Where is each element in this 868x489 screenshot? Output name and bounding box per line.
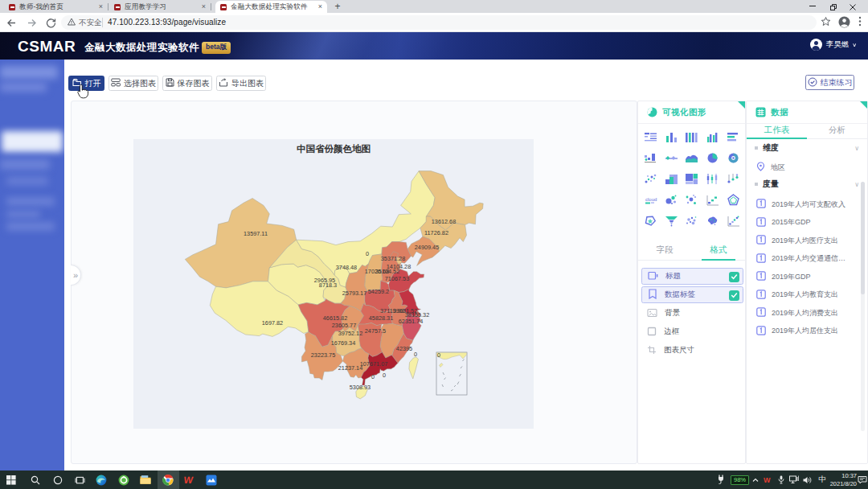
tab-close-icon[interactable]: × — [99, 3, 103, 10]
select-chart-button[interactable]: 选择图表 — [108, 76, 158, 91]
tray-network-icon[interactable] — [789, 471, 799, 489]
security-chip[interactable]: 不安全 — [68, 17, 102, 28]
chart-bar-icon[interactable] — [663, 130, 679, 143]
window-close-button[interactable] — [844, 0, 862, 14]
chart-candlestick-icon[interactable] — [705, 172, 721, 185]
chart-parallel-icon[interactable] — [663, 151, 679, 164]
sidebar-item[interactable] — [6, 222, 55, 231]
sidebar-expander-button[interactable]: » — [71, 265, 81, 286]
end-practice-button[interactable]: 结束练习 — [805, 75, 854, 90]
bookmark-star-icon[interactable] — [821, 16, 831, 27]
tab-close-icon[interactable]: × — [318, 3, 322, 10]
chart-hbar-icon[interactable] — [725, 130, 741, 143]
chart-wordcloud-icon[interactable]: cloud — [643, 193, 659, 206]
chart-scatter-flower-icon[interactable] — [684, 214, 700, 227]
browser-tab-2[interactable]: 金融大数据处理实验软件 × — [215, 1, 327, 13]
tray-volume-icon[interactable] — [803, 471, 812, 489]
tab-format[interactable]: 格式 — [692, 240, 746, 260]
tab-fields[interactable]: 字段 — [638, 240, 692, 260]
measure-item-3[interactable]: 2019年人均交通通信… — [756, 252, 845, 266]
tray-hidden-icons[interactable] — [752, 471, 759, 489]
format-item-1[interactable]: 数据标签 — [641, 286, 743, 303]
tray-microphone-icon[interactable] — [778, 471, 784, 489]
reload-icon[interactable] — [46, 17, 59, 30]
dimension-item-0[interactable]: 地区 — [756, 160, 785, 175]
checkbox-checked-icon[interactable] — [729, 290, 739, 301]
tab-worksheet[interactable]: 工作表 — [747, 121, 807, 138]
chart-scatter-icon[interactable] — [643, 172, 659, 185]
taskbar-taskview-icon[interactable] — [74, 475, 85, 485]
export-chart-button[interactable]: 导出图表 — [216, 76, 266, 91]
data-panel-scrollbar[interactable] — [861, 182, 865, 431]
chart-map-icon[interactable] — [705, 214, 721, 227]
sidebar-item[interactable] — [0, 159, 50, 170]
chart-area-icon[interactable] — [684, 151, 700, 164]
chart-polygon-star-icon[interactable] — [643, 214, 659, 227]
user-menu[interactable]: 李昊燃 ∨ — [810, 39, 857, 51]
tray-clock[interactable]: 10:372021/8/20 — [830, 471, 857, 489]
measure-item-6[interactable]: 2019年人均消费支出 — [756, 306, 838, 320]
new-tab-button[interactable]: + — [332, 2, 343, 12]
format-item-3[interactable]: 边框 — [641, 323, 743, 340]
save-chart-button[interactable]: 保存图表 — [162, 76, 212, 91]
measure-item-7[interactable]: 2019年人均居住支出 — [756, 324, 838, 339]
tray-notification-icon[interactable] — [858, 471, 867, 489]
taskbar-cortana-icon[interactable] — [52, 475, 63, 485]
taskbar-chrome-icon[interactable] — [162, 475, 174, 485]
taskbar-csmar-app-icon[interactable] — [206, 475, 217, 485]
measure-item-0[interactable]: 2019年人均可支配收入 — [756, 197, 845, 212]
url-text[interactable]: 47.100.223.13:93/page/visualize — [108, 18, 226, 27]
format-item-0[interactable]: 标题 — [641, 268, 743, 285]
sidebar-item[interactable] — [6, 177, 48, 185]
scrollbar-thumb[interactable] — [861, 182, 865, 294]
taskbar-edge-icon[interactable] — [96, 475, 107, 485]
chart-network-icon[interactable] — [684, 193, 700, 206]
browser-profile-icon[interactable] — [838, 16, 850, 28]
chart-gauge-icon[interactable] — [725, 151, 741, 164]
chart-diagonal-scatter-icon[interactable] — [725, 214, 741, 227]
province-taiwan[interactable] — [409, 357, 419, 379]
sidebar-item[interactable] — [0, 83, 47, 92]
taskbar-start-button[interactable] — [6, 475, 17, 485]
sidebar-item[interactable] — [6, 197, 55, 206]
sidebar-item[interactable] — [2, 131, 63, 152]
chart-grouped-bar-icon[interactable] — [705, 130, 721, 143]
measure-item-1[interactable]: 2015年GDP — [756, 216, 811, 230]
browser-menu-icon[interactable] — [858, 16, 862, 27]
taskbar-360-browser-icon[interactable] — [118, 475, 129, 485]
back-icon[interactable] — [6, 17, 19, 30]
chart-bubble-icon[interactable] — [663, 193, 679, 206]
chart-radar-icon[interactable] — [725, 193, 741, 206]
measure-item-5[interactable]: 2019年人均教育支出 — [756, 288, 838, 302]
window-minimize-button[interactable] — [802, 2, 823, 10]
taskbar-search-icon[interactable] — [30, 475, 41, 485]
chart-boxplot-icon[interactable] — [725, 172, 741, 185]
browser-tab-0[interactable]: 教师-我的首页 × — [4, 1, 108, 13]
measure-item-4[interactable]: 2019年GDP — [756, 269, 811, 284]
chart-nested-rect-icon[interactable] — [684, 172, 700, 185]
format-item-4[interactable]: 图表尺寸 — [641, 342, 743, 359]
measure-item-2[interactable]: 2019年人均医疗支出 — [756, 233, 838, 248]
tray-power-icon[interactable] — [717, 471, 725, 489]
taskbar-wps-icon[interactable]: W — [184, 475, 195, 485]
forward-icon[interactable] — [27, 17, 39, 30]
chart-scatter-bar-icon[interactable] — [643, 151, 659, 164]
chart-funnel-icon[interactable] — [663, 214, 679, 227]
checkbox-checked-icon[interactable] — [729, 272, 739, 282]
tab-analysis[interactable]: 分析 — [807, 121, 867, 138]
taskbar-file-explorer-icon[interactable] — [140, 475, 151, 485]
tray-ime-indicator[interactable]: 中 — [819, 471, 827, 489]
browser-tab-1[interactable]: 应用教学学习 × — [109, 1, 211, 13]
measure-section[interactable]: 度量∨ — [747, 176, 867, 192]
tray-battery-indicator[interactable]: 98% — [731, 471, 749, 489]
tab-close-icon[interactable]: × — [202, 3, 206, 10]
chart-treemap-step-icon[interactable] — [663, 172, 679, 185]
tray-wps-icon[interactable]: W — [764, 471, 772, 489]
sidebar-item[interactable] — [0, 66, 58, 79]
sidebar-item[interactable] — [6, 211, 40, 218]
chart-step-scatter-icon[interactable] — [705, 193, 721, 206]
chart-text-table-icon[interactable] — [643, 130, 659, 143]
chart-pie-icon[interactable] — [705, 151, 721, 164]
open-button[interactable]: 打开 — [68, 76, 104, 91]
format-item-2[interactable]: 背景 — [641, 305, 743, 322]
